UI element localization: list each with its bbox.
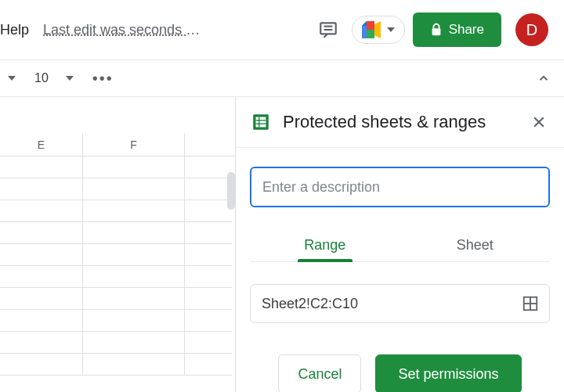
column-header[interactable]: F — [83, 133, 185, 156]
tab-range[interactable]: Range — [250, 229, 400, 261]
close-icon[interactable] — [528, 111, 550, 133]
panel-tabs: Range Sheet — [250, 229, 550, 262]
scrollbar-thumb[interactable] — [227, 172, 235, 210]
grid-rows — [0, 156, 235, 376]
toolbar: 10 ••• — [0, 59, 564, 97]
column-headers: E F — [0, 133, 235, 156]
collapse-toolbar-icon[interactable] — [533, 67, 555, 89]
workspace: E F Protected sheets & ranges — [0, 97, 564, 392]
caret-down-icon — [66, 76, 74, 81]
toolbar-leading-dropdown[interactable] — [3, 73, 20, 84]
more-toolbar-icon[interactable]: ••• — [88, 70, 118, 88]
set-permissions-button[interactable]: Set permissions — [375, 354, 521, 392]
panel-actions: Cancel Set permissions — [250, 354, 550, 392]
svg-rect-0 — [320, 23, 336, 34]
svg-rect-4 — [362, 26, 367, 38]
svg-rect-3 — [367, 21, 374, 30]
protected-ranges-panel: Protected sheets & ranges Range Sheet Sh… — [235, 97, 564, 392]
cancel-button[interactable]: Cancel — [278, 354, 361, 392]
range-input-row: Sheet2!C2:C10 — [250, 284, 550, 323]
range-value[interactable]: Sheet2!C2:C10 — [262, 296, 519, 312]
comments-icon[interactable] — [313, 14, 344, 45]
caret-down-icon — [387, 27, 395, 32]
column-header[interactable] — [185, 133, 232, 156]
select-range-icon[interactable] — [519, 293, 541, 315]
font-size-dropdown[interactable]: 10 — [30, 68, 78, 88]
panel-title: Protected sheets & ranges — [283, 112, 517, 132]
spreadsheet-grid[interactable]: E F — [0, 97, 235, 392]
share-label: Share — [449, 22, 484, 38]
panel-header: Protected sheets & ranges — [236, 97, 564, 148]
font-size-value: 10 — [34, 71, 49, 85]
last-edit-link[interactable]: Last edit was seconds ago — [43, 22, 208, 38]
column-header[interactable]: E — [0, 133, 83, 156]
svg-rect-7 — [256, 117, 266, 128]
svg-rect-5 — [432, 28, 440, 35]
meet-button[interactable] — [352, 16, 405, 44]
avatar[interactable]: D — [515, 13, 548, 46]
menu-bar: Help Last edit was seconds ago — [0, 22, 208, 38]
share-button[interactable]: Share — [413, 13, 501, 47]
menu-help[interactable]: Help — [0, 22, 29, 38]
description-input[interactable] — [250, 167, 550, 207]
sheets-icon — [250, 111, 272, 133]
panel-body: Range Sheet Sheet2!C2:C10 Cancel Set per… — [236, 148, 564, 392]
lock-icon — [430, 23, 443, 37]
tab-sheet[interactable]: Sheet — [400, 229, 551, 261]
caret-down-icon — [8, 76, 16, 81]
top-bar: Help Last edit was seconds ago Share D — [0, 0, 564, 59]
meet-icon — [362, 21, 382, 38]
